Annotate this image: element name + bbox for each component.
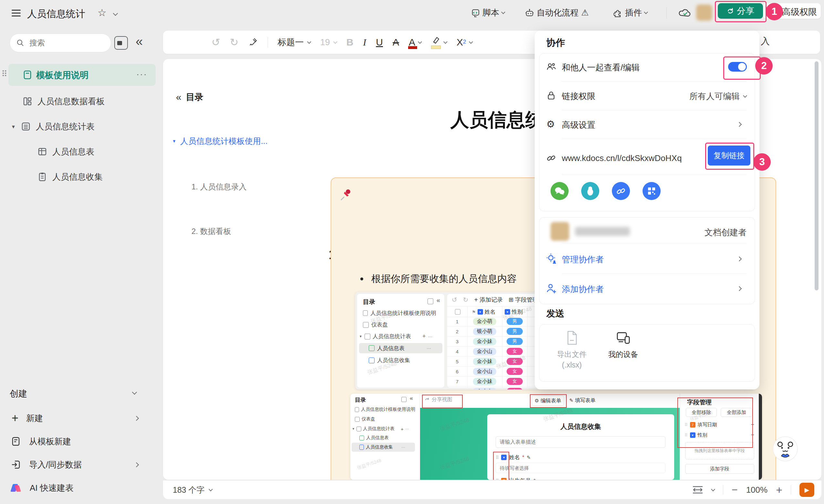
link-permission-select[interactable]: 所有人可编辑 bbox=[677, 91, 746, 102]
hamburger-menu-icon[interactable] bbox=[12, 8, 21, 18]
mini-flag-icon: ⚑ bbox=[472, 309, 476, 314]
item-more-icon[interactable]: ··· bbox=[136, 69, 147, 79]
app-window: 人员信息统计 ☆ 脚本 自动化流程 ⚠ 插件 分享 高级权限 bbox=[0, 0, 824, 504]
sidebar-item-dashboard[interactable]: 人员信息数据看板 bbox=[8, 92, 156, 111]
create-chevron-down-icon bbox=[132, 390, 137, 395]
toc-root-label: 人员信息统计模板使用... bbox=[180, 136, 268, 146]
status-divider bbox=[791, 485, 791, 495]
font-size-select[interactable]: 19 bbox=[320, 37, 337, 47]
mini-form-card: 人员信息收集 ⠿ ▾ 姓名 * ✎ ⠿ 7 出生年月 ✎ bbox=[487, 414, 674, 480]
script-chevron-down-icon bbox=[501, 10, 505, 14]
underline-button[interactable]: U bbox=[376, 37, 383, 48]
ai-quick-table-item[interactable]: AI 快速建表 bbox=[10, 479, 152, 497]
superscript-2: 2 bbox=[463, 39, 466, 45]
zoom-level[interactable]: 100% bbox=[746, 485, 768, 495]
manage-collaborators-link[interactable]: 管理协作者 bbox=[562, 254, 604, 265]
toc-item-1[interactable]: 1. 人员信息录入 bbox=[192, 182, 247, 192]
create-section-header[interactable]: 创建 bbox=[10, 388, 152, 399]
mini-plus-icon: + bbox=[422, 333, 426, 340]
menu-script[interactable]: 脚本 bbox=[472, 7, 505, 18]
mini-field-type-icon: ▾ bbox=[505, 309, 510, 314]
mini-col-name: 姓名 bbox=[485, 308, 496, 316]
mini-nav-header: 目录 bbox=[355, 396, 366, 404]
fit-width-icon[interactable] bbox=[692, 486, 703, 494]
create-from-template-item[interactable]: 从模板新建 bbox=[10, 432, 152, 451]
grid-doc-icon bbox=[21, 122, 31, 131]
mini-form-desc-input bbox=[496, 436, 665, 448]
mini-nav-selected-row: 人员信息表 ··· bbox=[359, 343, 442, 353]
advanced-settings-label[interactable]: 高级设置 bbox=[562, 119, 595, 131]
wechat-share-icon[interactable] bbox=[550, 182, 569, 200]
sidebar-item-stat-table[interactable]: ▼ 人员信息统计表 bbox=[8, 117, 156, 136]
creator-role-label: 文档创建者 bbox=[685, 227, 746, 238]
sidebar-item-template-guide[interactable]: ⠿ 模板使用说明 ··· bbox=[8, 64, 156, 86]
zoom-out-button[interactable]: − bbox=[732, 484, 738, 496]
bold-button[interactable]: B bbox=[346, 37, 353, 48]
italic-button[interactable]: I bbox=[363, 37, 366, 48]
title-chevron-down-icon[interactable] bbox=[113, 11, 118, 16]
share-url[interactable]: www.kdocs.cn/l/cdkSkxwDoHXq bbox=[562, 153, 682, 163]
toc-root-link[interactable]: ▼ 人员信息统计模板使用... bbox=[172, 136, 268, 146]
gender-pill: 男 bbox=[507, 318, 523, 325]
superscript-button[interactable]: X2 bbox=[456, 37, 472, 48]
font-color-swatch bbox=[408, 46, 417, 49]
font-color-button[interactable]: A bbox=[409, 37, 421, 48]
format-painter-icon[interactable] bbox=[248, 37, 258, 47]
sidebar-collapse-icon[interactable]: « bbox=[136, 34, 143, 49]
mini-nav-item: 仪表盘 bbox=[371, 321, 388, 329]
document-title: 人员信息统计 bbox=[27, 7, 85, 21]
paragraph-style-value: 标题一 bbox=[278, 36, 304, 48]
redo-icon[interactable]: ↻ bbox=[230, 36, 239, 48]
menu-plugins[interactable]: 插件 bbox=[613, 7, 647, 18]
vertical-scrollbar[interactable] bbox=[815, 61, 819, 290]
qq-share-icon[interactable] bbox=[581, 182, 599, 200]
mini-add-icon: + bbox=[474, 296, 478, 303]
mini-field-birth-label: 出生年月 bbox=[509, 477, 531, 480]
highlight-button[interactable] bbox=[431, 36, 447, 48]
menu-automation[interactable]: 自动化流程 ⚠ bbox=[525, 7, 589, 18]
cloud-saved-icon[interactable] bbox=[679, 7, 692, 19]
lock-icon bbox=[546, 91, 556, 100]
assistant-mascot[interactable] bbox=[772, 436, 798, 462]
import-sync-item[interactable]: 导入/同步数据 bbox=[10, 456, 152, 474]
mini-nav-header: 目录 bbox=[363, 298, 375, 306]
expand-caret-icon[interactable]: ▼ bbox=[11, 124, 16, 129]
video-tutorial-button[interactable]: ▶ bbox=[800, 483, 814, 497]
sidebar-item-info-table[interactable]: 人员信息表 bbox=[8, 142, 156, 161]
mini-form-canvas: 人员信息收集 ⠿ ▾ 姓名 * ✎ ⠿ 7 出生年月 ✎ bbox=[420, 408, 680, 480]
user-avatar[interactable] bbox=[696, 5, 712, 21]
search-box[interactable] bbox=[10, 33, 111, 52]
panel-toggle-icon[interactable] bbox=[114, 36, 128, 50]
export-file-item[interactable]: 导出文件 (.xlsx) bbox=[556, 330, 588, 369]
my-device-item[interactable]: 我的设备 bbox=[607, 330, 639, 359]
strikethrough-button[interactable]: A bbox=[393, 37, 399, 48]
row-number: 2 bbox=[447, 329, 467, 334]
qr-code-share-icon[interactable] bbox=[642, 182, 660, 200]
toc-caret-icon[interactable]: ▼ bbox=[172, 139, 176, 144]
word-count[interactable]: 183 个字 bbox=[173, 481, 212, 499]
sidebar-item-info-collect[interactable]: 人员信息收集 bbox=[8, 167, 156, 186]
annotation-box-toggle bbox=[723, 56, 761, 80]
paragraph-style-select[interactable]: 标题一 bbox=[278, 36, 311, 48]
search-icon bbox=[16, 39, 24, 47]
create-new-item[interactable]: + 新建 bbox=[10, 409, 152, 427]
bullet-dot bbox=[360, 277, 363, 280]
fit-chevron-down-icon[interactable] bbox=[711, 487, 715, 491]
mini-pencil-icon: ✎ bbox=[533, 478, 537, 480]
copy-link-share-icon[interactable] bbox=[612, 182, 630, 200]
sidebar-item-label: 人员信息统计表 bbox=[36, 121, 95, 132]
table-icon bbox=[37, 147, 47, 156]
import-sync-label: 导入/同步数据 bbox=[29, 459, 82, 471]
star-icon[interactable]: ☆ bbox=[98, 7, 107, 19]
highlight-swatch bbox=[431, 45, 441, 49]
drag-handle-icon[interactable]: ⠿ bbox=[1, 69, 7, 79]
search-input[interactable] bbox=[29, 38, 101, 48]
toc-item-2[interactable]: 2. 数据看板 bbox=[192, 226, 231, 237]
send-header: 发送 bbox=[546, 307, 564, 320]
add-collaborators-link[interactable]: 添加协作者 bbox=[562, 284, 604, 295]
undo-icon[interactable]: ↺ bbox=[211, 36, 220, 48]
annotation-field-manager bbox=[678, 397, 753, 448]
zoom-in-button[interactable]: + bbox=[776, 484, 782, 496]
mini-field-name-label: 姓名 bbox=[509, 454, 520, 461]
toc-collapse-icon[interactable]: « bbox=[176, 92, 182, 103]
